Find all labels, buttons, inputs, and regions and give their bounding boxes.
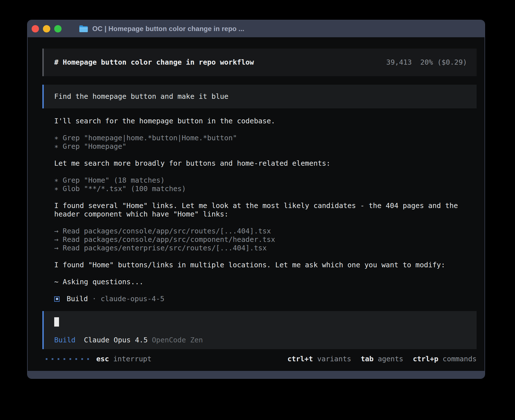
spacer (54, 125, 477, 134)
session-header: # Homepage button color change in repo w… (42, 49, 477, 76)
spacer (54, 151, 477, 159)
spacer (54, 218, 477, 227)
hint-agents: agents (378, 355, 403, 363)
spinner-dot (52, 358, 53, 360)
conversation: I'll search for the homepage button in t… (42, 117, 477, 303)
hint-interrupt: interrupt (113, 355, 151, 363)
tool-call-grep: ∗ Grep "Home" (18 matches) (54, 176, 477, 185)
spinner-dot (58, 358, 59, 360)
shortcut-variants: ctrl+t variants (287, 355, 351, 363)
spinner-dot (75, 358, 77, 360)
tool-call-grep: ∗ Grep "Homepage" (54, 142, 477, 151)
separator-dot: · (88, 295, 101, 303)
session-title: # Homepage button color change in repo w… (54, 58, 254, 67)
assistant-message: I found "Home" buttons/links in multiple… (54, 261, 477, 269)
session-stats: 39,413 20% ($0.29) (386, 58, 467, 67)
assistant-status: ~ Asking questions... (54, 278, 477, 286)
token-count: 39,413 (386, 58, 412, 67)
folder-icon (79, 25, 88, 32)
user-message-text: Find the homepage button and make it blu… (54, 92, 228, 101)
text-cursor (54, 317, 59, 327)
window-title-bar[interactable]: OC | Homepage button color change in rep… (28, 20, 485, 37)
tool-call-read: → Read packages/enterprise/src/routes/[.… (54, 244, 477, 252)
assistant-message: I'll search for the homepage button in t… (54, 117, 477, 125)
shortcut-commands: ctrl+p commands (413, 355, 477, 363)
context-cost: 20% ($0.29) (420, 58, 467, 67)
spinner-dot (81, 358, 83, 360)
model-name: claude-opus-4-5 (101, 295, 164, 303)
status-bar-right: ctrl+t variants tab agents ctrl+p comman… (287, 355, 477, 363)
spacer (54, 286, 477, 295)
tool-call-read: → Read packages/console/app/src/componen… (54, 235, 477, 244)
spacer (54, 269, 477, 278)
square-in-square-icon (54, 296, 60, 302)
close-button[interactable] (32, 25, 39, 32)
terminal-content: # Homepage button color change in repo w… (28, 37, 485, 371)
agent-model-row: Build · claude-opus-4-5 (54, 295, 477, 303)
terminal-window: OC | Homepage button color change in rep… (27, 20, 485, 379)
key-tab: tab (361, 355, 374, 363)
assistant-message: header component which have "Home" links… (54, 210, 477, 218)
spinner-dots (46, 358, 89, 360)
tool-call-grep: ∗ Grep "homepage|home.*button|Home.*butt… (54, 134, 477, 142)
hint-commands: commands (443, 355, 477, 363)
spacer (54, 193, 477, 202)
stats-gap (412, 58, 420, 67)
agent-name: Build (67, 295, 88, 303)
input-agent-label[interactable]: Build (54, 336, 75, 344)
spinner-dot (64, 358, 65, 360)
spinner-dot (46, 358, 47, 360)
shortcut-agents: tab agents (361, 355, 403, 363)
minimize-button[interactable] (43, 25, 50, 32)
assistant-message: I found several "Home" links. Let me loo… (54, 202, 477, 210)
window-title: OC | Homepage button color change in rep… (92, 25, 244, 33)
maximize-button[interactable] (54, 25, 62, 32)
input-provider-label: OpenCode Zen (152, 336, 203, 344)
spacer (54, 168, 477, 176)
spinner-dot (69, 358, 71, 360)
key-ctrl-p: ctrl+p (413, 355, 438, 363)
key-esc: esc (96, 355, 109, 363)
tool-call-read: → Read packages/console/app/src/routes/[… (54, 227, 477, 235)
assistant-message: Let me search more broadly for buttons a… (54, 159, 477, 168)
prompt-input[interactable]: Build Claude Opus 4.5 OpenCode Zen (42, 311, 477, 349)
window-bottom-bar (28, 371, 485, 378)
input-meta: Build Claude Opus 4.5 OpenCode Zen (54, 336, 466, 344)
spinner-dot (87, 358, 89, 360)
tool-call-glob: ∗ Glob "**/*.tsx" (100 matches) (54, 185, 477, 193)
spacer (54, 252, 477, 261)
status-bar: esc interrupt ctrl+t variants tab agents… (42, 355, 477, 363)
traffic-lights (32, 25, 62, 32)
user-message: Find the homepage button and make it blu… (42, 85, 477, 108)
input-model-label[interactable]: Claude Opus 4.5 (84, 336, 148, 344)
hint-variants: variants (317, 355, 351, 363)
key-ctrl-t: ctrl+t (287, 355, 313, 363)
